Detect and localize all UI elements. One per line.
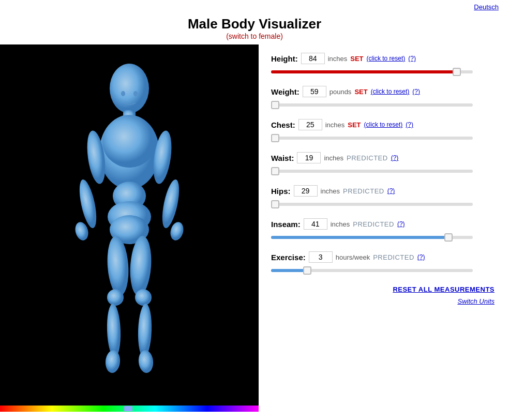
hips-predicted: PREDICTED	[343, 187, 384, 195]
hips-control: Hips: inches PREDICTED (?)	[271, 185, 497, 209]
reset-all-button[interactable]: RESET ALL MEASUREMENTS	[393, 286, 495, 293]
inseam-predicted: PREDICTED	[353, 220, 394, 228]
waist-predicted: PREDICTED	[347, 154, 388, 162]
height-input[interactable]	[301, 53, 325, 64]
waist-label: Waist:	[271, 154, 294, 162]
svg-point-10	[159, 178, 182, 229]
controls-panel: Height: inches SET (click to reset) (?) …	[259, 44, 509, 412]
waist-unit: inches	[324, 154, 343, 162]
page-title: Male Body Visualizer	[0, 16, 509, 32]
chest-control: Chest: inches SET (click to reset) (?)	[271, 119, 497, 143]
switch-units-button[interactable]: Switch Units	[457, 297, 495, 305]
color-bar-thumb[interactable]	[124, 406, 132, 411]
height-control: Height: inches SET (click to reset) (?)	[271, 53, 497, 77]
weight-control: Weight: pounds SET (click to reset) (?)	[271, 86, 497, 110]
height-label: Height:	[271, 54, 298, 63]
chest-label: Chest:	[271, 121, 295, 129]
hips-slider[interactable]	[271, 200, 473, 209]
hips-input[interactable]	[294, 185, 318, 197]
svg-point-3	[102, 116, 156, 168]
inseam-slider[interactable]	[271, 233, 473, 242]
chest-input[interactable]	[298, 119, 322, 130]
svg-point-13	[106, 235, 130, 297]
svg-point-0	[110, 64, 149, 113]
exercise-label: Exercise:	[271, 253, 306, 262]
height-unit: inches	[328, 55, 348, 63]
chest-set-btn[interactable]: SET	[348, 121, 361, 129]
chest-unit: inches	[325, 121, 345, 129]
svg-point-21	[121, 91, 125, 96]
weight-slider[interactable]	[271, 100, 473, 110]
color-spectrum-bar[interactable]	[0, 406, 259, 412]
svg-point-15	[107, 289, 124, 306]
svg-point-19	[104, 350, 121, 373]
exercise-unit: hours/week	[336, 253, 370, 261]
height-reset-link[interactable]: (click to reset)	[367, 55, 406, 62]
height-slider[interactable]	[271, 67, 473, 77]
chest-reset-link[interactable]: (click to reset)	[364, 121, 403, 128]
weight-unit: pounds	[330, 88, 352, 96]
language-link[interactable]: Deutsch	[474, 3, 499, 11]
inseam-help-link[interactable]: (?)	[397, 220, 405, 228]
chest-help-link[interactable]: (?)	[406, 121, 413, 128]
weight-reset-link[interactable]: (click to reset)	[371, 88, 410, 95]
svg-point-7	[76, 178, 99, 229]
waist-control: Waist: inches PREDICTED (?)	[271, 152, 497, 176]
hips-label: Hips:	[271, 187, 291, 196]
svg-point-14	[128, 235, 153, 297]
svg-point-22	[133, 91, 138, 96]
exercise-slider[interactable]	[271, 266, 473, 275]
inseam-control: Inseam: inches PREDICTED (?)	[271, 218, 497, 242]
exercise-help-link[interactable]: (?)	[417, 253, 425, 261]
inseam-input[interactable]	[304, 218, 327, 230]
svg-point-18	[137, 304, 153, 358]
inseam-unit: inches	[331, 220, 350, 228]
weight-input[interactable]	[303, 86, 326, 97]
exercise-control: Exercise: hours/week PREDICTED (?)	[271, 251, 497, 275]
body-visualizer	[0, 44, 259, 412]
svg-point-17	[106, 304, 122, 358]
svg-point-8	[73, 221, 90, 242]
exercise-input[interactable]	[309, 251, 333, 263]
hips-help-link[interactable]: (?)	[387, 187, 395, 194]
bottom-actions: RESET ALL MEASUREMENTS Switch Units	[271, 286, 497, 305]
waist-slider[interactable]	[271, 167, 473, 176]
height-set-btn[interactable]: SET	[350, 55, 363, 63]
waist-help-link[interactable]: (?)	[391, 154, 399, 161]
svg-point-11	[169, 221, 185, 242]
weight-help-link[interactable]: (?)	[412, 88, 420, 95]
hips-unit: inches	[321, 187, 340, 195]
chest-slider[interactable]	[271, 133, 473, 143]
switch-gender-link[interactable]: (switch to female)	[226, 32, 283, 40]
waist-input[interactable]	[297, 152, 321, 163]
height-help-link[interactable]: (?)	[408, 55, 416, 62]
body-figure	[57, 56, 202, 393]
svg-point-16	[135, 289, 152, 306]
exercise-predicted: PREDICTED	[373, 253, 414, 261]
inseam-label: Inseam:	[271, 220, 301, 229]
weight-set-btn[interactable]: SET	[354, 88, 367, 96]
weight-label: Weight:	[271, 87, 300, 96]
svg-point-20	[138, 350, 154, 373]
